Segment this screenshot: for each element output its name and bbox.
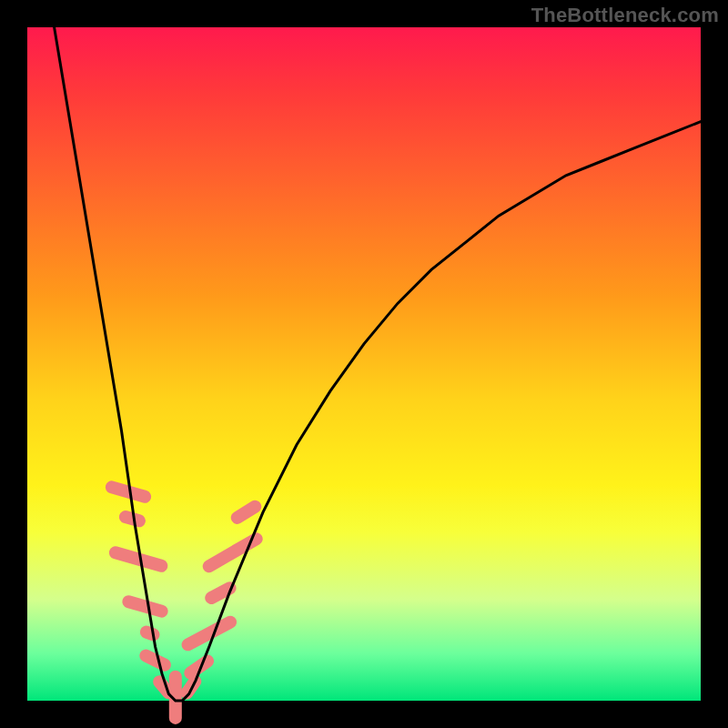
curve-marker: [200, 531, 265, 575]
chart-svg: [27, 27, 701, 701]
outer-frame: TheBottleneck.com: [0, 0, 728, 728]
plot-area: [27, 27, 701, 701]
curve-markers: [104, 480, 265, 724]
watermark-text: TheBottleneck.com: [531, 4, 719, 27]
bottleneck-curve: [55, 27, 701, 701]
curve-marker: [121, 594, 170, 620]
curve-marker: [138, 624, 162, 643]
